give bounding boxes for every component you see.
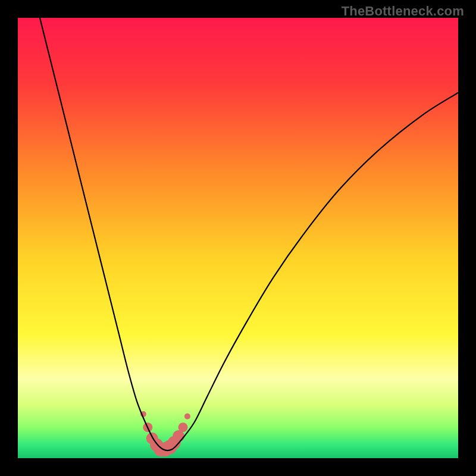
plot-area [18, 18, 458, 458]
optimal-point [184, 414, 190, 419]
bottleneck-chart [18, 18, 458, 458]
watermark-text: TheBottleneck.com [342, 4, 464, 19]
gradient-background [18, 18, 458, 458]
chart-frame: TheBottleneck.com [0, 0, 476, 476]
optimal-point [178, 422, 188, 432]
